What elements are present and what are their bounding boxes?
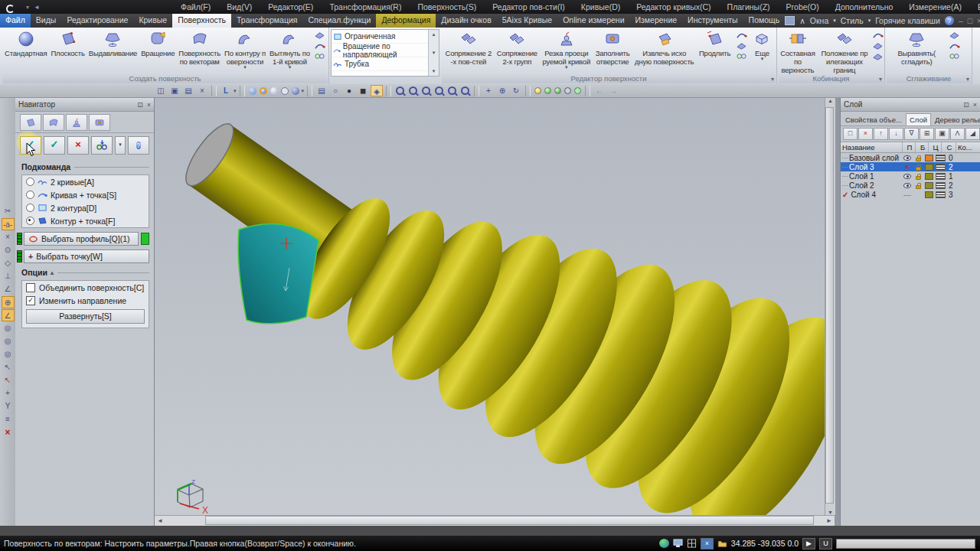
gallery-scrollbar[interactable]: ▴ ▾ ▾ bbox=[428, 30, 439, 76]
layer-row-4-active[interactable]: ✓Слой 4 — 3 bbox=[841, 190, 980, 199]
lock-icon[interactable] bbox=[916, 185, 921, 189]
select-profile-field[interactable]: Выбрать профиль[Q](1) bbox=[24, 232, 139, 246]
snap-center-icon[interactable]: ⊙ bbox=[2, 244, 15, 256]
style-menu[interactable]: Стиль bbox=[841, 16, 864, 25]
render-dropdown-icon[interactable]: ▾ bbox=[302, 88, 305, 94]
column-visibility[interactable]: П bbox=[903, 142, 916, 152]
layer-settings-icon[interactable]: ▣ bbox=[935, 128, 949, 140]
layer-row-3-selected[interactable]: Слой 3 × 2 bbox=[841, 162, 980, 171]
composite-surface-button[interactable]: Составная по верхность bbox=[778, 28, 818, 73]
redo-view-icon[interactable]: → bbox=[607, 85, 619, 96]
zoom-previous-icon[interactable] bbox=[461, 86, 469, 95]
quick-access-dropdown-icon[interactable]: ▾ bbox=[26, 4, 29, 11]
snap-angle-icon[interactable]: ∠ bbox=[2, 309, 15, 321]
tab-glasses-design[interactable]: Дизайн очков bbox=[436, 14, 496, 28]
group-dropdown-icon[interactable]: ▾ bbox=[966, 75, 969, 84]
menu-editor[interactable]: Редактор(E) bbox=[263, 2, 318, 12]
gallery-item-tube[interactable]: Трубка bbox=[332, 57, 428, 71]
mini-surface-icon-1[interactable] bbox=[314, 30, 325, 40]
merge-dropdown-icon[interactable]: ▾ bbox=[115, 136, 126, 155]
zoom-selected-icon[interactable] bbox=[448, 86, 456, 95]
layer-sort-icon[interactable]: ◢ bbox=[965, 128, 980, 140]
options-collapse-icon[interactable]: ▴ bbox=[51, 269, 54, 276]
lock-icon[interactable] bbox=[916, 158, 921, 161]
merge-surface-option[interactable]: Объединить поверхность[C] bbox=[22, 281, 149, 294]
menu-probe[interactable]: Probe(O) bbox=[782, 2, 824, 12]
zoom-fit-icon[interactable] bbox=[435, 86, 443, 95]
environment-icon[interactable] bbox=[574, 87, 581, 94]
subcommand-option-2curves[interactable]: 2 кривые[A] bbox=[22, 175, 149, 188]
surface-display-icon[interactable]: ▤ bbox=[315, 85, 328, 96]
windows-dropdown-icon[interactable]: ▾ bbox=[833, 18, 836, 24]
light-green-icon[interactable] bbox=[544, 87, 551, 94]
zoom-window-icon[interactable] bbox=[422, 86, 430, 95]
radio-icon[interactable] bbox=[26, 204, 34, 212]
collapse-icon[interactable]: ◄ bbox=[34, 4, 40, 11]
line-style-icon[interactable] bbox=[936, 182, 946, 189]
trim-by-projected-curve-button[interactable]: Резка проеци руемой кривой bbox=[541, 28, 591, 73]
visibility-eye-icon[interactable] bbox=[903, 174, 911, 179]
snap-trim-icon[interactable]: ✂ bbox=[2, 205, 15, 217]
ribbon-collapse-icon[interactable]: ∧ bbox=[799, 16, 805, 25]
render-hidden-line-icon[interactable] bbox=[270, 87, 278, 95]
subcommand-option-curve-point[interactable]: Кривая + точка[S] bbox=[22, 188, 149, 201]
branch-icon[interactable]: Y bbox=[2, 400, 15, 412]
menu-surface[interactable]: Поверхность(S) bbox=[413, 2, 481, 12]
visibility-eye-icon[interactable] bbox=[903, 183, 911, 188]
surface-solid-icon[interactable]: ● bbox=[343, 85, 355, 96]
snap-x-icon[interactable]: × bbox=[701, 538, 714, 549]
apply-continue-button[interactable]: ✓ bbox=[44, 136, 65, 155]
lock-icon[interactable] bbox=[916, 167, 921, 171]
tab-file[interactable]: Файл bbox=[0, 14, 31, 28]
window-split-icon[interactable]: ▤ bbox=[182, 85, 194, 96]
gallery-scroll-up-icon[interactable]: ▴ bbox=[433, 30, 436, 39]
tab-tools[interactable]: Инструменты bbox=[682, 14, 743, 28]
horizontal-scroll-thumb[interactable] bbox=[205, 516, 814, 525]
layer-row-2[interactable]: Слой 2 2 bbox=[841, 181, 980, 190]
scroll-down-icon[interactable]: ▼ bbox=[828, 510, 833, 515]
tab-help[interactable]: Помощь bbox=[743, 14, 786, 28]
sweep-first-curve-button[interactable]: Вытянуть по 1-й кривой bbox=[269, 28, 311, 73]
style-dropdown-icon[interactable]: ▾ bbox=[868, 18, 871, 24]
line-style-icon[interactable] bbox=[936, 155, 946, 161]
menu-transform[interactable]: Трансформация(R) bbox=[325, 2, 406, 12]
play-icon[interactable]: ▶ bbox=[802, 538, 815, 549]
window-cascade-icon[interactable]: ◫ bbox=[155, 85, 167, 96]
blend-two-groups-button[interactable]: Сопряжение 2-х групп bbox=[496, 28, 538, 73]
menu-curves[interactable]: Кривые(D) bbox=[577, 2, 625, 12]
revolve-button[interactable]: Вращение bbox=[140, 28, 175, 73]
doc-minimize-button[interactable]: – bbox=[959, 16, 963, 25]
column-color[interactable]: Ц bbox=[929, 142, 942, 152]
tab-object-properties[interactable]: Свойства объе... bbox=[842, 114, 905, 126]
shading-sphere-icon-2[interactable]: ◎ bbox=[2, 335, 15, 347]
align-smooth-button[interactable]: Выравнять( сгладить) bbox=[897, 28, 936, 73]
extend-button[interactable]: Продлить bbox=[698, 28, 731, 73]
visibility-eye-icon[interactable] bbox=[903, 155, 911, 161]
menu-measure[interactable]: Измерение(A) bbox=[904, 2, 966, 12]
radio-icon[interactable] bbox=[26, 178, 34, 186]
window-tile-icon[interactable]: ▣ bbox=[168, 85, 181, 96]
line-style-icon[interactable] bbox=[936, 164, 946, 171]
layer-color-swatch[interactable] bbox=[925, 173, 933, 180]
snap-grid-icon[interactable]: ⊕ bbox=[2, 296, 15, 308]
spin-view-icon[interactable]: ↻ bbox=[510, 85, 522, 96]
navigator-tab-stamp[interactable] bbox=[66, 114, 87, 131]
axis-dropdown-icon[interactable]: ▾ bbox=[234, 88, 237, 94]
globe-icon[interactable] bbox=[659, 539, 669, 548]
fill-hole-button[interactable]: Заполнить отверстие bbox=[595, 28, 631, 73]
tab-layer[interactable]: Слой bbox=[906, 113, 931, 126]
tab-5axis-curves[interactable]: 5Aixs Кривые bbox=[497, 14, 557, 28]
tab-curves[interactable]: Кривые bbox=[133, 14, 172, 28]
tab-views[interactable]: Виды bbox=[31, 14, 62, 28]
menu-view[interactable]: Вид(V) bbox=[222, 2, 256, 12]
checkbox-checked[interactable] bbox=[26, 296, 35, 305]
move-layer-up-icon[interactable]: ↑ bbox=[874, 128, 888, 140]
standard-surface-button[interactable]: Стандартная bbox=[4, 28, 47, 73]
add-point-icon[interactable]: + bbox=[2, 387, 15, 399]
gallery-scroll-down-icon[interactable]: ▾ bbox=[433, 48, 436, 57]
grid-icon[interactable] bbox=[687, 539, 697, 548]
column-lock[interactable]: Б bbox=[916, 142, 929, 152]
tab-transform[interactable]: Трансформация bbox=[231, 14, 303, 28]
shading-sphere-icon-1[interactable]: ◎ bbox=[2, 322, 15, 334]
axis-display-icon[interactable]: L bbox=[220, 85, 232, 96]
